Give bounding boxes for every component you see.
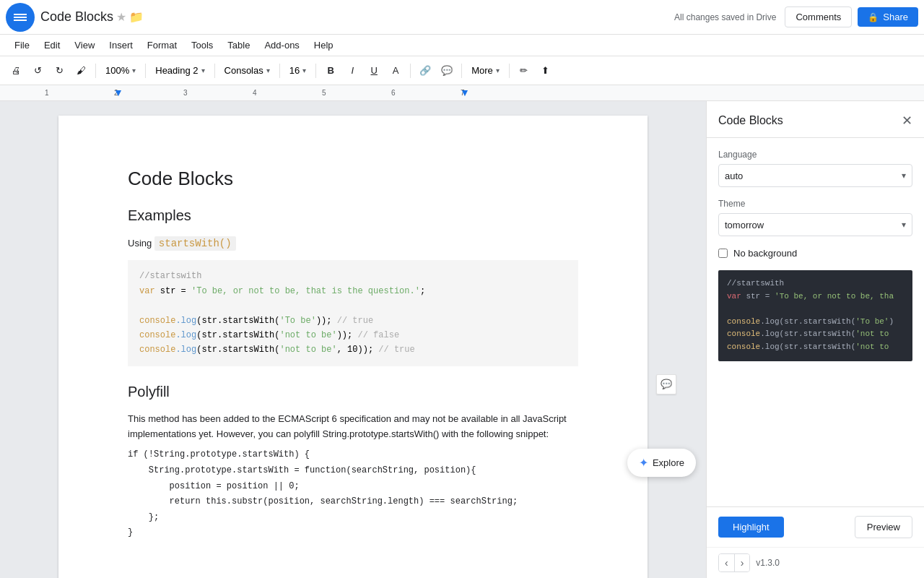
code-line-3	[139, 298, 567, 313]
language-value: auto	[725, 171, 743, 181]
separator6	[410, 64, 411, 78]
size-chevron: ▾	[302, 66, 306, 74]
menu-file[interactable]: File	[9, 38, 35, 52]
code-line-4: console.log(str.startsWith('To be')); //…	[139, 314, 567, 328]
preview-line-6: console.log(str.startsWith('not to	[727, 341, 904, 354]
separator5	[315, 64, 316, 78]
no-background-row: No background	[718, 248, 912, 259]
preview-line-5: console.log(str.startsWith('not to	[727, 328, 904, 341]
code-line-2: var str = 'To be, or not to be, that is …	[139, 284, 567, 298]
italic-button[interactable]: I	[342, 61, 362, 81]
polyfill-code-text: if (!String.prototype.startsWith) { Stri…	[128, 447, 578, 541]
theme-value: tomorrow	[725, 220, 764, 230]
separator7	[461, 64, 462, 78]
code-line-5: console.log(str.startsWith('not to be'))…	[139, 328, 567, 342]
panel-version: ‹ › v1.3.0	[707, 547, 924, 578]
language-label: Language	[718, 150, 912, 160]
menu-insert[interactable]: Insert	[103, 38, 139, 52]
preview-button[interactable]: Preview	[855, 516, 912, 538]
menu-help[interactable]: Help	[308, 38, 339, 52]
zoom-chevron: ▾	[132, 66, 136, 74]
code-block: //startswith var str = 'To be, or not to…	[128, 260, 578, 366]
document-title[interactable]: Code Blocks	[40, 9, 113, 25]
font-select[interactable]: Consolas ▾	[219, 61, 275, 81]
redo-button[interactable]: ↻	[49, 61, 69, 81]
comments-button[interactable]: Comments	[785, 7, 852, 27]
bold-button[interactable]: B	[321, 61, 341, 81]
separator4	[279, 64, 280, 78]
separator8	[509, 64, 510, 78]
font-color-button[interactable]: A	[385, 61, 406, 81]
language-select[interactable]: auto ▾	[718, 164, 912, 187]
style-chevron: ▾	[201, 66, 205, 74]
version-label: v1.3.0	[756, 558, 780, 568]
language-chevron: ▾	[902, 171, 906, 181]
more-select[interactable]: More ▾	[466, 61, 505, 81]
menu-tools[interactable]: Tools	[186, 38, 219, 52]
menu-addons[interactable]: Add-ons	[258, 38, 305, 52]
undo-button[interactable]: ↺	[27, 61, 48, 81]
explore-icon: ✦	[639, 456, 648, 470]
menu-edit[interactable]: Edit	[38, 38, 66, 52]
side-panel: Code Blocks ✕ Language auto ▾ Theme tomo…	[706, 101, 924, 578]
hamburger-icon	[14, 14, 27, 21]
panel-code-preview: //startswith var str = 'To be, or not to…	[718, 270, 912, 361]
document-page: Code Blocks Examples Using startsWith() …	[58, 116, 648, 578]
preview-line-1: //startswith	[727, 277, 904, 290]
menu-table[interactable]: Table	[222, 38, 256, 52]
collapse-button[interactable]: ⬆	[536, 61, 556, 81]
polyfill-heading: Polyfill	[128, 384, 578, 400]
inline-comment-icon[interactable]: 💬	[656, 374, 676, 394]
main-layout: Code Blocks Examples Using startsWith() …	[0, 101, 924, 578]
top-actions: Comments 🔒 Share	[785, 7, 918, 27]
code-line-6: console.log(str.startsWith('not to be', …	[139, 342, 567, 357]
explore-button[interactable]: ✦ Explore	[627, 449, 696, 477]
link-button[interactable]: 🔗	[415, 61, 435, 81]
menubar: File Edit View Insert Format Tools Table…	[0, 35, 924, 56]
paint-format-button[interactable]: 🖌	[71, 61, 91, 81]
zoom-select[interactable]: 100% ▾	[100, 61, 141, 81]
panel-footer: Highlight Preview	[707, 506, 924, 547]
size-select[interactable]: 16 ▾	[284, 61, 311, 81]
toolbar: 🖨 ↺ ↻ 🖌 100% ▾ Heading 2 ▾ Consolas ▾ 16…	[0, 56, 924, 85]
code-line-1: //startswith	[139, 269, 567, 283]
separator2	[145, 64, 146, 78]
comment-button[interactable]: 💬	[437, 61, 457, 81]
panel-close-button[interactable]: ✕	[902, 113, 912, 129]
separator	[95, 64, 96, 78]
app-menu-button[interactable]	[6, 3, 35, 32]
document-title-heading: Code Blocks	[128, 168, 578, 190]
menu-format[interactable]: Format	[141, 38, 183, 52]
panel-content: Language auto ▾ Theme tomorrow ▾ No back…	[707, 138, 924, 506]
topbar: Code Blocks ★ 📁 All changes saved in Dri…	[0, 0, 924, 35]
lock-icon: 🔒	[868, 12, 879, 22]
style-select[interactable]: Heading 2 ▾	[150, 61, 209, 81]
version-prev-button[interactable]: ‹	[719, 554, 735, 571]
print-button[interactable]: 🖨	[6, 61, 26, 81]
version-next-button[interactable]: ›	[735, 554, 750, 571]
more-chevron: ▾	[496, 66, 500, 74]
font-chevron: ▾	[266, 66, 270, 74]
star-icon[interactable]: ★	[116, 10, 126, 24]
using-paragraph: Using startsWith() 💬	[128, 236, 578, 251]
document-area[interactable]: Code Blocks Examples Using startsWith() …	[0, 101, 706, 578]
no-background-checkbox[interactable]	[718, 249, 728, 258]
explore-label: Explore	[653, 457, 684, 468]
preview-line-3	[727, 303, 904, 316]
highlight-button[interactable]: Highlight	[718, 517, 784, 538]
folder-icon[interactable]: 📁	[129, 10, 144, 24]
theme-chevron: ▾	[902, 220, 906, 230]
preview-line-2: var str = 'To be, or not to be, tha	[727, 290, 904, 303]
theme-label: Theme	[718, 199, 912, 209]
using-code: startsWith()	[154, 236, 236, 251]
preview-line-4: console.log(str.startsWith('To be')	[727, 316, 904, 329]
underline-button[interactable]: U	[364, 61, 384, 81]
no-background-label[interactable]: No background	[733, 248, 797, 259]
menu-view[interactable]: View	[69, 38, 100, 52]
ruler: 1 2 3 4 5 6 7 ▼ ▼	[0, 85, 924, 101]
pen-button[interactable]: ✏	[514, 61, 534, 81]
share-button[interactable]: 🔒 Share	[858, 7, 918, 27]
separator3	[214, 64, 215, 78]
save-status: All changes saved in Drive	[674, 12, 776, 22]
theme-select[interactable]: tomorrow ▾	[718, 213, 912, 236]
